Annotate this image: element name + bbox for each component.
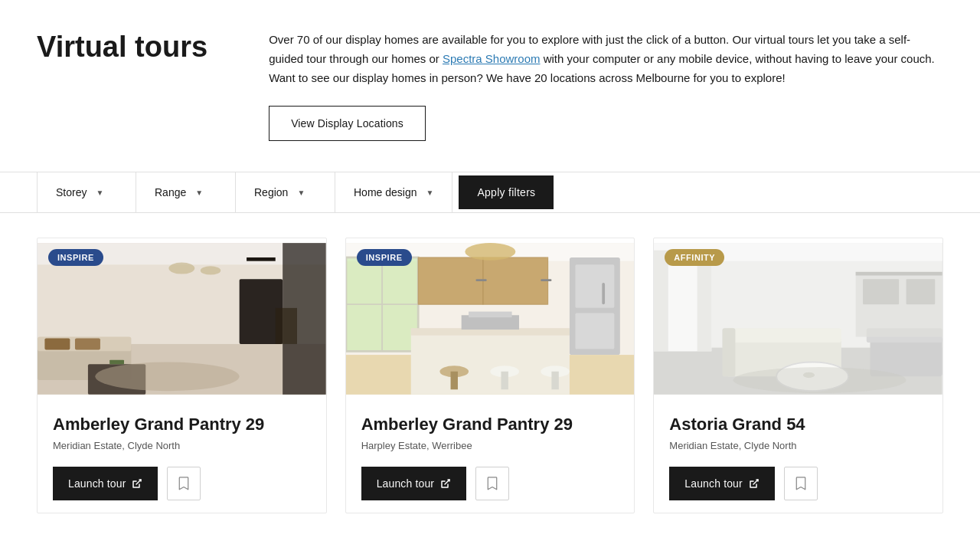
launch-tour-button-1[interactable]: Launch tour: [53, 467, 158, 500]
svg-point-28: [465, 243, 515, 261]
svg-rect-51: [726, 328, 841, 343]
card-actions-3: Launch tour: [669, 467, 927, 500]
apply-filters-button[interactable]: Apply filters: [459, 175, 554, 209]
card-badge-2: INSPIRE: [357, 249, 412, 266]
svg-rect-59: [856, 272, 942, 276]
svg-rect-53: [871, 337, 942, 377]
external-link-icon-3: [749, 478, 760, 489]
page-title: Virtual tours: [37, 31, 207, 64]
svg-rect-29: [410, 330, 569, 395]
svg-rect-32: [469, 312, 512, 318]
svg-rect-47: [654, 251, 668, 352]
cards-section: INSPIRE Amberley Grand Pantry 29 Meridia…: [0, 213, 980, 541]
svg-rect-26: [475, 279, 486, 281]
storey-filter[interactable]: Storey ▼: [37, 172, 136, 212]
svg-rect-7: [44, 339, 70, 350]
bookmark-icon-2: [485, 477, 499, 490]
svg-point-62: [733, 367, 906, 393]
card-badge-1: INSPIRE: [48, 249, 103, 266]
storey-label: Storey: [56, 186, 87, 198]
storey-chevron-icon: ▼: [96, 189, 103, 197]
launch-tour-button-3[interactable]: Launch tour: [669, 467, 774, 500]
card-subtitle-1: Meridian Estate, Clyde North: [53, 440, 311, 451]
home-design-filter[interactable]: Home design ▼: [335, 172, 452, 212]
hero-right: Over 70 of our display homes are availab…: [269, 31, 943, 141]
svg-rect-27: [541, 279, 551, 281]
card-body-1: Amberley Grand Pantry 29 Meridian Estate…: [38, 399, 326, 512]
svg-rect-36: [602, 283, 605, 304]
card-title-1: Amberley Grand Pantry 29: [53, 415, 311, 434]
bookmark-button-3[interactable]: [784, 467, 818, 500]
svg-rect-34: [575, 265, 614, 309]
bookmark-button-1[interactable]: [167, 467, 201, 500]
card-title-3: Astoria Grand 54: [669, 415, 927, 434]
svg-rect-60: [863, 279, 899, 304]
tour-card-2: INSPIRE Amberley Grand Pantry 29 Harpley…: [345, 238, 635, 513]
spectra-showroom-link[interactable]: Spectra Showroom: [443, 52, 541, 65]
svg-rect-10: [109, 360, 124, 365]
svg-rect-42: [551, 372, 558, 390]
view-display-locations-button[interactable]: View Display Locations: [269, 106, 426, 141]
range-chevron-icon: ▼: [195, 189, 203, 197]
range-filter[interactable]: Range ▼: [136, 172, 236, 212]
filter-bar: Storey ▼ Range ▼ Region ▼ Home design ▼ …: [0, 172, 980, 213]
tour-card-1: INSPIRE Amberley Grand Pantry 29 Meridia…: [37, 238, 327, 513]
region-chevron-icon: ▼: [297, 189, 305, 197]
hero-section: Virtual tours Over 70 of our display hom…: [0, 0, 980, 172]
svg-rect-4: [247, 257, 276, 261]
hero-description: Over 70 of our display homes are availab…: [269, 31, 943, 87]
home-design-label: Home design: [354, 186, 417, 198]
card-title-2: Amberley Grand Pantry 29: [361, 415, 619, 434]
cards-grid: INSPIRE Amberley Grand Pantry 29 Meridia…: [37, 238, 943, 513]
svg-rect-38: [450, 372, 457, 390]
external-link-icon-1: [132, 478, 142, 489]
card-image-wrapper-1: INSPIRE: [38, 238, 326, 399]
launch-tour-button-2[interactable]: Launch tour: [361, 467, 466, 500]
region-filter[interactable]: Region ▼: [236, 172, 335, 212]
svg-rect-52: [723, 328, 736, 376]
home-design-chevron-icon: ▼: [426, 189, 434, 197]
bookmark-button-2[interactable]: [475, 467, 509, 500]
card-body-2: Amberley Grand Pantry 29 Harpley Estate,…: [346, 399, 635, 512]
launch-tour-label-1: Launch tour: [68, 477, 126, 490]
svg-rect-15: [276, 308, 297, 344]
card-actions-2: Launch tour: [361, 467, 619, 500]
tour-card-3: AFFINITY Astoria Grand 54 Meridian Estat…: [653, 238, 943, 513]
card-actions-1: Launch tour: [53, 467, 311, 500]
card-image-wrapper-3: AFFINITY: [654, 238, 942, 399]
svg-rect-61: [906, 279, 936, 304]
svg-point-11: [168, 263, 194, 274]
range-label: Range: [155, 186, 186, 198]
page-wrapper: Virtual tours Over 70 of our display hom…: [0, 0, 980, 541]
launch-tour-label-2: Launch tour: [377, 477, 434, 490]
bookmark-icon-1: [177, 477, 191, 490]
card-subtitle-3: Meridian Estate, Clyde North: [669, 440, 927, 451]
svg-rect-40: [501, 372, 508, 390]
card-body-3: Astoria Grand 54 Meridian Estate, Clyde …: [654, 399, 942, 512]
svg-rect-8: [75, 339, 100, 350]
svg-rect-35: [575, 313, 614, 349]
card-image-wrapper-2: INSPIRE: [346, 238, 635, 399]
svg-point-12: [201, 267, 220, 275]
launch-tour-label-3: Launch tour: [684, 477, 742, 490]
card-badge-3: AFFINITY: [665, 249, 724, 266]
external-link-icon-2: [440, 478, 451, 489]
card-subtitle-2: Harpley Estate, Werribee: [361, 440, 619, 451]
bookmark-icon-3: [794, 477, 808, 490]
region-label: Region: [254, 186, 288, 198]
svg-point-14: [95, 362, 239, 392]
